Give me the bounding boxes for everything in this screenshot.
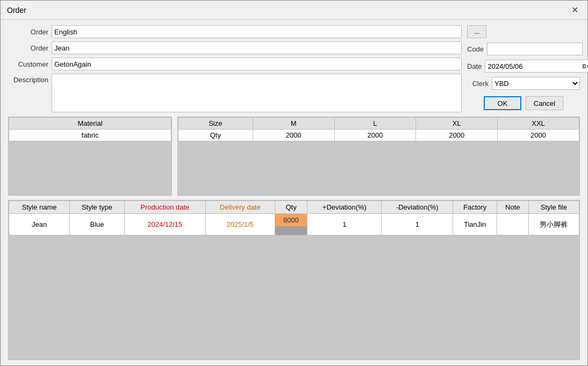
order-row-2: Order <box>8 41 462 54</box>
row-note <box>497 214 529 235</box>
order-row-1: Order <box>8 25 462 38</box>
qty-bottom-bar <box>275 226 307 235</box>
col-delivery-date: Delivery date <box>205 201 275 214</box>
close-button[interactable]: ✕ <box>568 4 581 17</box>
material-table-wrap: Material fabric <box>8 117 172 196</box>
form-section: Order Order Customer Description <box>8 25 580 112</box>
order-label-1: Order <box>8 28 48 36</box>
order-table: Style name Style type Production date De… <box>9 200 579 235</box>
material-cell: fabric <box>9 130 171 141</box>
clerk-row: Clerk YBD <box>467 77 580 90</box>
date-input-wrap: 🗓▾ <box>485 60 588 73</box>
code-row: Code <box>467 42 580 55</box>
size-col-xl: XL <box>416 118 498 130</box>
size-table: Size M L XL XXL Qty 2000 2000 2000 <box>178 117 579 141</box>
row-delivery-date: 2025/1/5 <box>205 214 275 235</box>
row-style-name: Jean <box>9 214 70 235</box>
row-style-type: Blue <box>70 214 125 235</box>
row-minus-dev: 1 <box>382 214 453 235</box>
material-header: Material <box>9 118 171 130</box>
order-table-section: Style name Style type Production date De… <box>8 200 580 360</box>
title-bar: Order ✕ <box>1 1 587 20</box>
action-buttons: OK Cancel <box>467 96 580 110</box>
order-label-2: Order <box>8 44 48 52</box>
row-style-file: 男小脚裤 <box>528 214 579 235</box>
size-empty-area <box>178 141 579 195</box>
customer-label: Customer <box>8 60 48 68</box>
description-label: Description <box>8 76 48 84</box>
customer-row: Customer <box>8 58 462 70</box>
customer-input[interactable] <box>52 58 462 70</box>
size-qty-l: 2000 <box>334 130 416 141</box>
cancel-button[interactable]: Cancel <box>526 96 563 110</box>
col-minus-dev: -Deviation(%) <box>382 201 453 214</box>
col-production-date: Production date <box>124 201 205 214</box>
code-label: Code <box>467 45 484 53</box>
ok-button[interactable]: OK <box>484 96 521 110</box>
order-dialog: Order ✕ Order Order Customer <box>0 0 588 366</box>
order-input-1[interactable] <box>52 25 462 38</box>
dialog-title: Order <box>7 6 26 15</box>
form-right: ... Code Date 🗓▾ Clerk <box>467 25 580 110</box>
row-plus-dev: 1 <box>307 214 382 235</box>
size-qty-xl: 2000 <box>416 130 498 141</box>
size-col-m: M <box>253 118 334 130</box>
size-col-xxl: XXL <box>498 118 579 130</box>
size-qty-m: 2000 <box>253 130 334 141</box>
col-style-type: Style type <box>70 201 125 214</box>
size-qty-xxl: 2000 <box>498 130 579 141</box>
date-input[interactable] <box>485 60 580 73</box>
row-production-date: 2024/12/15 <box>124 214 205 235</box>
date-label: Date <box>467 62 482 70</box>
size-col-l: L <box>334 118 416 130</box>
size-row-qty: Qty 2000 2000 2000 2000 <box>178 130 579 141</box>
size-qty-label: Qty <box>178 130 253 141</box>
date-row: Date 🗓▾ <box>467 60 580 73</box>
clerk-label: Clerk <box>467 80 489 88</box>
material-table: Material fabric <box>9 117 171 141</box>
clerk-select[interactable]: YBD <box>492 77 580 90</box>
order-empty-area <box>9 235 579 300</box>
size-table-wrap: Size M L XL XXL Qty 2000 2000 2000 <box>177 117 580 196</box>
order-row: Jean Blue 2024/12/15 2025/1/5 8000 1 1 T… <box>9 214 579 235</box>
description-textarea[interactable] <box>52 74 462 112</box>
order-input-2[interactable] <box>52 41 462 54</box>
dots-button[interactable]: ... <box>467 25 486 38</box>
col-qty: Qty <box>275 201 307 214</box>
code-input[interactable] <box>487 42 583 55</box>
qty-value: 8000 <box>275 214 307 226</box>
row-factory: TianJin <box>453 214 497 235</box>
form-left: Order Order Customer Description <box>8 25 462 112</box>
tables-section: Material fabric Size <box>8 117 580 196</box>
col-note: Note <box>497 201 529 214</box>
size-col-size: Size <box>178 118 253 130</box>
date-picker-button[interactable]: 🗓▾ <box>580 60 588 73</box>
dialog-body: Order Order Customer Description <box>1 20 587 365</box>
material-empty-area <box>9 141 171 195</box>
col-plus-dev: +Deviation(%) <box>307 201 382 214</box>
col-factory: Factory <box>453 201 497 214</box>
col-style-file: Style file <box>528 201 579 214</box>
material-row: fabric <box>9 130 171 141</box>
description-row: Description <box>8 74 462 112</box>
row-qty: 8000 <box>275 214 307 235</box>
col-style-name: Style name <box>9 201 70 214</box>
